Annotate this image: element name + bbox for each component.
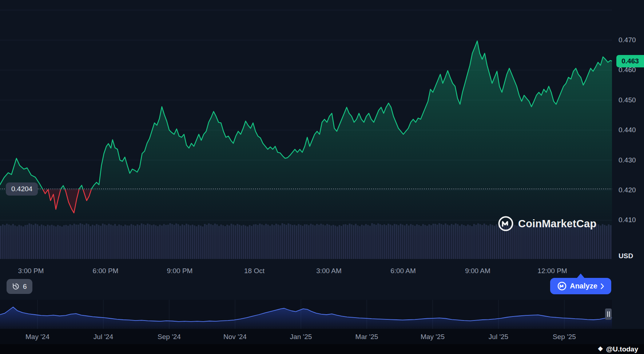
coinmarketcap-price-chart: 0.4204 CoinMarketCap USD 0.4700.4600.450… (0, 0, 644, 354)
price-chart[interactable]: 0.4204 CoinMarketCap (0, 0, 612, 259)
y-axis-label: 0.440 (619, 126, 636, 134)
y-axis-label: 0.420 (619, 186, 636, 194)
x-axis-label: 6:00 AM (390, 267, 416, 275)
y-axis-label: 0.470 (619, 36, 636, 44)
analyze-button[interactable]: Analyze (550, 278, 611, 294)
date-label: Mar '25 (355, 333, 378, 341)
date-label: Jul '25 (489, 333, 508, 341)
navigator-canvas[interactable] (0, 300, 612, 329)
date-label: Sep '25 (553, 333, 576, 341)
history-button[interactable]: 6 (7, 279, 32, 294)
analyze-logo-icon (557, 282, 567, 291)
date-label: Nov '24 (223, 333, 247, 341)
time-axis: 3:00 PM6:00 PM9:00 PM18 Oct3:00 AM6:00 A… (0, 259, 644, 280)
chevron-right-icon (601, 283, 604, 289)
utoday-logo-icon: ❖ (598, 346, 603, 352)
x-axis-label: 18 Oct (244, 267, 265, 275)
coinmarketcap-logo-icon (498, 216, 514, 232)
x-axis-label: 3:00 PM (18, 267, 44, 275)
x-axis-label: 9:00 AM (465, 267, 490, 275)
navigator-resize-handle[interactable] (605, 308, 612, 320)
y-axis-label: 0.450 (619, 96, 636, 104)
date-label: May '24 (25, 333, 49, 341)
x-axis-label: 12:00 PM (537, 267, 567, 275)
date-axis: May '24Jul '24Sep '24Nov '24Jan '25Mar '… (0, 329, 644, 344)
current-price-badge: 0.463 (616, 55, 644, 67)
date-range-navigator[interactable] (0, 300, 612, 329)
x-axis-label: 3:00 AM (316, 267, 342, 275)
y-axis-label: 0.410 (619, 216, 636, 224)
date-label: Jan '25 (290, 333, 312, 341)
x-axis-label: 6:00 PM (93, 267, 119, 275)
open-price-label: 0.4204 (6, 182, 38, 196)
coinmarketcap-watermark: CoinMarketCap (498, 216, 596, 232)
coinmarketcap-watermark-text: CoinMarketCap (518, 218, 596, 230)
date-label: Jul '24 (94, 333, 113, 341)
y-axis-label: 0.430 (619, 156, 636, 164)
analyze-label: Analyze (570, 282, 597, 290)
utoday-credit: ❖ @U.today (0, 344, 644, 354)
credit-text: @U.today (606, 345, 638, 353)
history-icon (12, 283, 20, 290)
x-axis-label: 9:00 PM (167, 267, 193, 275)
date-label: May '25 (421, 333, 445, 341)
history-count: 6 (23, 283, 27, 291)
date-label: Sep '24 (158, 333, 181, 341)
